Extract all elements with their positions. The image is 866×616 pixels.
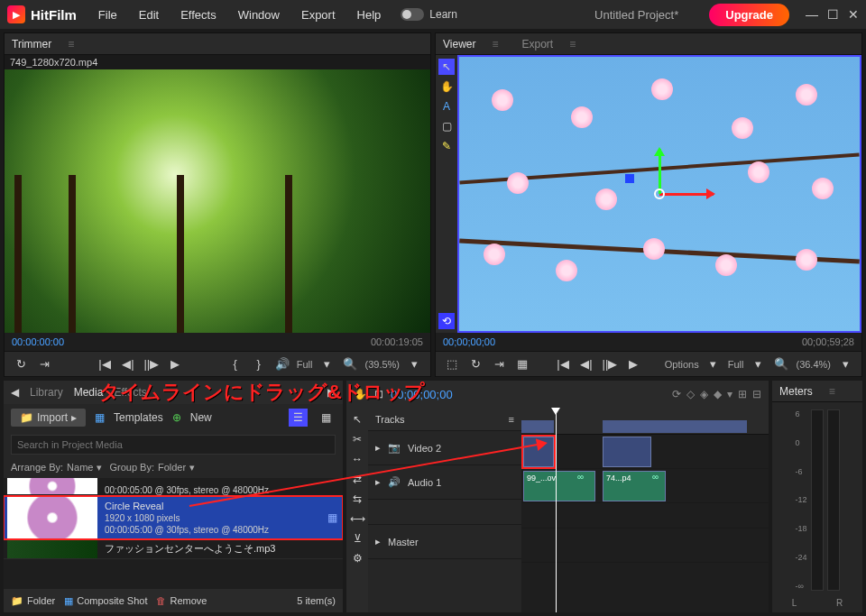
hand-tool-icon[interactable]: ✋ — [438, 78, 455, 95]
viewer-options[interactable]: Options — [665, 359, 699, 370]
tab-effects[interactable]: Effects — [114, 386, 146, 399]
rate-tool-icon[interactable]: ⟷ — [349, 510, 365, 527]
menu-effects[interactable]: Effects — [171, 5, 226, 25]
tab-media[interactable]: Media — [74, 386, 104, 399]
dropdown-icon[interactable]: ▾ — [836, 355, 854, 373]
timeline-clip-drop[interactable] — [523, 437, 554, 467]
tl-tool-icon[interactable]: ◇ — [686, 388, 695, 400]
panel-menu-icon[interactable]: ≡ — [829, 385, 835, 398]
minimize-icon[interactable]: — — [806, 7, 818, 22]
list-item[interactable]: ファッションセンターへようこそ.mp3 — [4, 539, 343, 559]
snap-tool-icon[interactable]: ⊻ — [349, 530, 365, 547]
set-in-icon[interactable]: ⇥ — [490, 355, 508, 373]
select-tool-icon[interactable]: ↖ — [438, 59, 455, 75]
tab-library[interactable]: Library — [30, 386, 63, 399]
mark-out-icon[interactable]: } — [250, 355, 268, 373]
audio-lane[interactable]: 99_...ov 74...p4 ∞ ∞ — [521, 469, 769, 503]
collapse-icon[interactable]: ▸ — [375, 442, 381, 454]
roll-tool-icon[interactable]: ⇆ — [349, 491, 365, 507]
select-tool-icon[interactable]: ↖ — [349, 411, 365, 428]
import-button[interactable]: 📁 Import ▸ — [11, 409, 86, 427]
gizmo-center[interactable] — [654, 188, 665, 199]
menu-help[interactable]: Help — [348, 5, 391, 25]
tab-trimmer[interactable]: Trimmer — [12, 38, 51, 51]
goto-start-icon[interactable]: |◀ — [554, 355, 572, 373]
loop-icon[interactable]: ↻ — [466, 355, 484, 373]
tl-tool-icon[interactable]: ⊟ — [752, 388, 761, 400]
play-icon[interactable]: ▶ — [166, 355, 184, 373]
collapse-icon[interactable]: ▸ — [375, 476, 381, 488]
zoom-icon[interactable]: 🔍 — [341, 355, 359, 373]
ripple-tool-icon[interactable]: ⇄ — [349, 471, 365, 487]
templates-button[interactable]: Templates — [114, 411, 163, 424]
pause-icon[interactable]: ||▶ — [143, 355, 161, 373]
tl-tool-icon[interactable]: ▾ — [727, 388, 732, 400]
timeline-content[interactable]: 99_...ov 74...p4 ∞ ∞ — [521, 408, 769, 612]
dropdown-icon[interactable]: ▾ — [405, 355, 423, 373]
video-lane[interactable] — [521, 435, 769, 469]
scroll-left-icon[interactable]: ◀ — [11, 386, 19, 399]
tl-tool-icon[interactable]: ⊞ — [738, 388, 747, 400]
new-button[interactable]: New — [190, 411, 212, 424]
list-item-selected[interactable]: Circle Reveal 1920 x 1080 pixels 00:00:0… — [4, 496, 343, 539]
track-header-video2[interactable]: ▸ 📷 Video 2 — [368, 431, 521, 465]
set-in-icon[interactable]: ⇥ — [35, 355, 53, 373]
dropdown-icon[interactable]: ▾ — [749, 355, 767, 373]
text-tool-icon[interactable]: A — [438, 98, 455, 115]
tab-meters[interactable]: Meters — [779, 385, 813, 398]
panel-menu-icon[interactable]: ≡ — [569, 38, 576, 51]
zoom-icon[interactable]: 🔍 — [772, 355, 790, 373]
loop-icon[interactable]: ↻ — [12, 355, 30, 373]
playhead[interactable] — [556, 408, 557, 612]
orbit-tool-icon[interactable]: ⟲ — [438, 313, 455, 329]
upgrade-button[interactable]: Upgrade — [709, 4, 789, 26]
menu-edit[interactable]: Edit — [130, 5, 168, 25]
master-lane[interactable] — [521, 529, 769, 563]
maximize-icon[interactable]: ☐ — [827, 7, 839, 22]
close-icon[interactable]: ✕ — [848, 7, 859, 22]
panel-menu-icon[interactable]: ≡ — [492, 38, 498, 51]
prev-frame-icon[interactable]: ◀| — [577, 355, 595, 373]
remove-button[interactable]: 🗑Remove — [156, 595, 207, 606]
tracks-menu-icon[interactable]: ≡ — [509, 414, 514, 425]
grid-view-icon[interactable]: ▦ — [317, 409, 336, 427]
pen-tool-icon[interactable]: ✎ — [438, 138, 455, 154]
group-by-dropdown[interactable]: Group By: Folder ▾ — [109, 462, 195, 473]
trimmer-preview[interactable] — [5, 69, 430, 333]
new-composite-button[interactable]: ▦Composite Shot — [64, 595, 147, 607]
track-header-master[interactable]: ▸ Master — [368, 525, 521, 559]
timeline-clip[interactable] — [603, 437, 651, 467]
overlay-icon[interactable]: ▦ — [513, 355, 531, 373]
mark-in-icon[interactable]: { — [226, 355, 244, 373]
menu-export[interactable]: Export — [292, 5, 345, 25]
pause-icon[interactable]: ||▶ — [601, 355, 619, 373]
xy-plane-handle[interactable] — [625, 174, 634, 183]
x-axis-handle[interactable] — [659, 193, 714, 196]
list-view-icon[interactable]: ☰ — [289, 409, 308, 427]
timeline-clip[interactable]: 99_...ov — [523, 471, 595, 501]
trimmer-full-label[interactable]: Full — [297, 359, 313, 370]
menu-window[interactable]: Window — [229, 5, 289, 25]
tl-tool-icon[interactable]: ⟳ — [672, 388, 681, 400]
slip-tool-icon[interactable]: ↔ — [349, 451, 365, 467]
mask-tool-icon[interactable]: ▢ — [438, 118, 455, 134]
collapse-icon[interactable]: ▸ — [375, 536, 381, 547]
viewer-tc-in[interactable]: 00;00;00;00 — [443, 336, 495, 347]
volume-icon[interactable]: 🔊 — [273, 355, 291, 373]
menu-file[interactable]: File — [89, 5, 126, 25]
snap-icon[interactable]: ⬚ — [443, 355, 461, 373]
tl-tool-icon[interactable]: ◈ — [700, 388, 708, 400]
tab-viewer[interactable]: Viewer — [443, 38, 475, 51]
slice-tool-icon[interactable]: ✂ — [349, 431, 365, 447]
viewer-canvas[interactable] — [457, 55, 861, 333]
viewer-full[interactable]: Full — [728, 359, 744, 370]
search-input[interactable] — [11, 435, 336, 455]
tl-tool-icon[interactable]: ◆ — [714, 388, 722, 400]
dropdown-icon[interactable]: ▾ — [705, 355, 723, 373]
hand-tool-icon[interactable]: ✋ — [354, 388, 367, 400]
tab-export[interactable]: Export — [521, 38, 553, 51]
new-folder-button[interactable]: 📁Folder — [11, 595, 55, 607]
timeline-timecode[interactable]: 00;00;00;00 — [391, 388, 453, 401]
play-icon[interactable]: ▶ — [624, 355, 642, 373]
track-header-audio1[interactable]: ▸ 🔊 Audio 1 — [368, 465, 521, 500]
